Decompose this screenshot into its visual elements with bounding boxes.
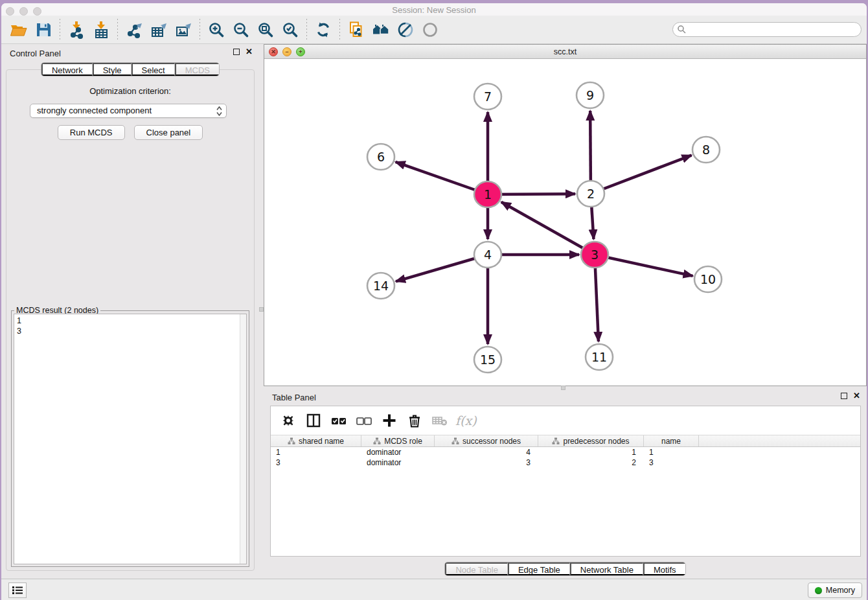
toolbar-separator — [200, 19, 200, 41]
import-network-icon[interactable] — [64, 18, 89, 41]
graph-node-3[interactable]: 3 — [581, 242, 608, 268]
zoom-out-icon[interactable] — [229, 18, 253, 41]
column-header-predecessor-nodes[interactable]: predecessor nodes — [538, 435, 644, 446]
graph-edge-2-8[interactable] — [591, 156, 692, 194]
search-icon — [677, 25, 686, 34]
result-scrollbar[interactable] — [240, 314, 246, 564]
toolbar-separator — [117, 19, 118, 41]
column-header-shared-name[interactable]: shared name — [271, 435, 361, 446]
column-header-label: name — [661, 437, 681, 446]
export-image-icon[interactable] — [171, 18, 196, 41]
task-history-icon[interactable] — [8, 583, 27, 598]
tab-edge-table[interactable]: Edge Table — [508, 562, 570, 575]
tab-node-table[interactable]: Node Table — [445, 562, 508, 575]
graph-node-1[interactable]: 1 — [474, 181, 501, 207]
run-mcds-button[interactable]: Run MCDS — [58, 125, 125, 140]
graph-edge-3-10[interactable] — [595, 255, 693, 276]
table-row[interactable]: 1dominator411 — [271, 447, 860, 457]
import-table-icon[interactable] — [89, 18, 113, 41]
network-graph[interactable]: 7968124314101511 — [264, 59, 866, 386]
mcds-result-group: MCDS result (2 nodes) 1 3 — [11, 310, 249, 567]
table-cell[interactable]: dominator — [361, 448, 435, 457]
show-graphics-details-icon[interactable] — [393, 18, 418, 41]
chevron-up-down-icon — [216, 106, 222, 116]
graph-node-8[interactable]: 8 — [692, 137, 720, 163]
node-label: 15 — [480, 352, 496, 367]
network-window-title: scc.txt — [264, 47, 866, 56]
table-cell[interactable]: 3 — [435, 458, 538, 467]
hide-graphics-details-icon[interactable] — [418, 18, 442, 41]
close-panel-icon[interactable]: ✕ — [246, 49, 253, 55]
graph-edge-1-6[interactable] — [396, 162, 488, 194]
graph-node-11[interactable]: 11 — [586, 344, 613, 370]
zoom-in-icon[interactable] — [204, 18, 229, 41]
table-cell[interactable]: 1 — [644, 448, 699, 457]
search-input[interactable] — [672, 22, 862, 37]
graph-node-4[interactable]: 4 — [474, 242, 501, 268]
table-toolbar: f(x) — [271, 406, 860, 435]
apply-layout-icon[interactable] — [311, 18, 336, 41]
save-session-icon[interactable] — [31, 18, 56, 41]
column-settings-icon[interactable] — [279, 411, 298, 430]
zoom-selected-icon[interactable] — [278, 18, 303, 41]
float-panel-icon[interactable] — [841, 393, 847, 399]
table-cell[interactable]: 4 — [435, 448, 538, 457]
close-panel-icon[interactable]: ✕ — [853, 393, 860, 399]
tab-motifs[interactable]: Motifs — [643, 562, 685, 575]
tab-select[interactable]: Select — [131, 63, 175, 76]
table-cell[interactable]: 2 — [538, 458, 644, 467]
control-panel-header: Control Panel ✕ — [1, 44, 259, 62]
tab-style[interactable]: Style — [93, 63, 131, 76]
optimization-criterion-select[interactable]: strongly connected component — [30, 104, 227, 118]
table-cell[interactable]: 3 — [271, 458, 361, 467]
graph-node-15[interactable]: 15 — [474, 347, 501, 373]
splitter-grip[interactable] — [259, 307, 264, 312]
titlebar: Session: New Session — [1, 3, 867, 16]
column-header-label: predecessor nodes — [563, 437, 629, 446]
graph-node-14[interactable]: 14 — [367, 273, 394, 299]
table-cell[interactable]: 1 — [271, 448, 361, 457]
first-neighbors-icon[interactable] — [369, 18, 393, 41]
float-panel-icon[interactable] — [233, 49, 240, 55]
table-cell[interactable]: dominator — [361, 458, 435, 467]
graph-node-9[interactable]: 9 — [577, 82, 604, 108]
graph-edge-3-1[interactable] — [501, 202, 595, 255]
column-type-icon — [552, 437, 560, 445]
select-all-icon[interactable] — [329, 411, 348, 430]
tab-mcds[interactable]: MCDS — [175, 63, 219, 76]
export-network-icon[interactable] — [122, 18, 146, 41]
graph-node-10[interactable]: 10 — [694, 266, 722, 292]
search-container — [672, 22, 862, 37]
memory-button[interactable]: Memory — [808, 583, 862, 598]
table-row[interactable]: 3dominator323 — [271, 457, 860, 468]
control-panel: Control Panel ✕ NetworkStyleSelectMCDS O… — [1, 44, 259, 579]
add-column-icon[interactable] — [380, 411, 399, 430]
table-cell[interactable]: 1 — [538, 448, 644, 457]
delete-column-icon[interactable] — [405, 411, 424, 430]
column-header-mcds-role[interactable]: MCDS role — [361, 435, 435, 446]
control-panel-title: Control Panel — [10, 49, 61, 58]
delete-table-icon[interactable] — [430, 411, 450, 430]
graph-node-6[interactable]: 6 — [367, 144, 394, 170]
clone-network-icon[interactable] — [344, 18, 369, 41]
export-table-icon[interactable] — [146, 18, 171, 41]
column-header-successor-nodes[interactable]: successor nodes — [435, 435, 538, 446]
column-header-label: successor nodes — [463, 437, 521, 446]
graph-node-2[interactable]: 2 — [577, 181, 604, 207]
table-panel-tabs: Node TableEdge TableNetwork TableMotifs — [444, 562, 685, 576]
column-header-name[interactable]: name — [644, 435, 699, 446]
network-canvas[interactable]: 7968124314101511 — [264, 59, 866, 386]
graph-node-7[interactable]: 7 — [474, 84, 501, 110]
close-panel-button[interactable]: Close panel — [134, 125, 203, 140]
deselect-all-icon[interactable] — [354, 411, 374, 430]
table-cell[interactable]: 3 — [644, 458, 699, 467]
zoom-fit-icon[interactable] — [253, 18, 278, 41]
node-label: 4 — [484, 248, 492, 262]
function-builder-icon[interactable]: f(x) — [455, 411, 477, 430]
optimization-criterion-value: strongly connected component — [37, 106, 152, 115]
open-session-icon[interactable] — [6, 18, 31, 41]
mcds-result-text[interactable]: 1 3 — [14, 314, 247, 564]
tab-network[interactable]: Network — [41, 63, 93, 76]
tab-network-table[interactable]: Network Table — [570, 562, 643, 575]
toggle-panes-icon[interactable] — [304, 411, 323, 430]
